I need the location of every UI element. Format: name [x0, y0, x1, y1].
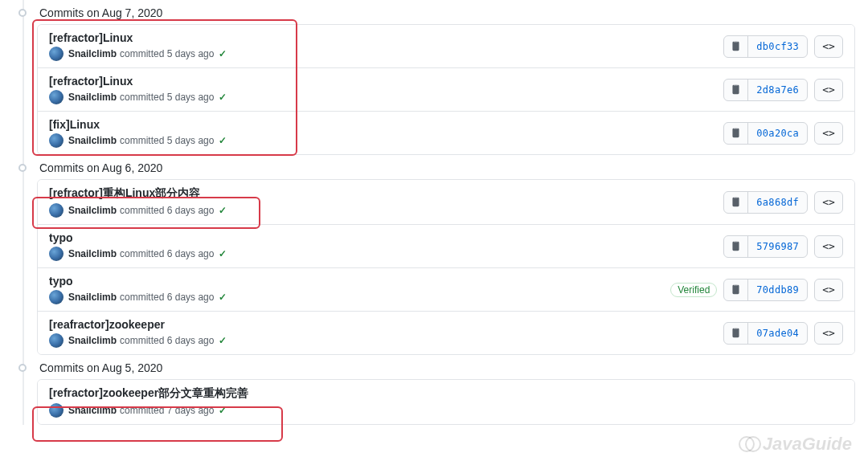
- avatar[interactable]: [49, 290, 63, 304]
- commit-row: [refractor]重构Linux部分内容Snailclimbcommitte…: [38, 180, 854, 224]
- browse-code-button[interactable]: <>: [814, 122, 843, 145]
- commit-date-heading: Commits on Aug 7, 2020: [39, 6, 162, 19]
- commit-group: [refractor]zookeeper部分文章重构完善Snailclimbco…: [37, 379, 855, 425]
- commit-group: [refractor]LinuxSnailclimbcommitted 5 da…: [37, 24, 855, 155]
- watermark: JavaGuide: [743, 434, 852, 455]
- author-link[interactable]: Snailclimb: [68, 335, 117, 346]
- clipboard-icon: [731, 241, 741, 251]
- author-link[interactable]: Snailclimb: [68, 135, 117, 146]
- timeline-dot: [18, 164, 27, 172]
- commit-sha-group: 07ade04: [723, 322, 808, 345]
- verified-badge[interactable]: Verified: [670, 283, 717, 297]
- copy-sha-button[interactable]: [724, 36, 748, 57]
- commit-sha-link[interactable]: 70ddb89: [748, 284, 807, 296]
- commit-sha-link[interactable]: 07ade04: [748, 328, 807, 339]
- copy-sha-button[interactable]: [724, 123, 748, 144]
- commit-sha-link[interactable]: db0cf33: [748, 41, 807, 52]
- status-check-icon[interactable]: ✓: [219, 48, 227, 59]
- clipboard-icon: [731, 328, 741, 338]
- status-check-icon[interactable]: ✓: [219, 248, 227, 259]
- commit-row: [refractor]zookeeper部分文章重构完善Snailclimbco…: [38, 380, 854, 424]
- status-check-icon[interactable]: ✓: [219, 292, 227, 303]
- copy-sha-button[interactable]: [724, 80, 748, 100]
- clipboard-icon: [731, 128, 741, 138]
- commit-sha-group: 6a868df: [723, 191, 808, 214]
- browse-code-button[interactable]: <>: [814, 279, 843, 301]
- commit-title-link[interactable]: [reafractor]zookeeper: [49, 318, 723, 331]
- status-check-icon[interactable]: ✓: [219, 92, 227, 103]
- commit-sha-link[interactable]: 6a868df: [748, 197, 807, 208]
- copy-sha-button[interactable]: [724, 236, 748, 257]
- commit-title-link[interactable]: typo: [49, 231, 723, 244]
- browse-code-button[interactable]: <>: [814, 79, 843, 101]
- avatar[interactable]: [49, 403, 63, 418]
- avatar[interactable]: [49, 203, 63, 218]
- commit-title-link[interactable]: typo: [49, 275, 670, 288]
- author-link[interactable]: Snailclimb: [68, 48, 117, 59]
- commit-timestamp: committed 7 days ago: [120, 405, 214, 416]
- commit-row: typoSnailclimbcommitted 6 days ago✓Verif…: [38, 267, 854, 311]
- author-link[interactable]: Snailclimb: [68, 205, 117, 216]
- clipboard-icon: [731, 197, 741, 207]
- clipboard-icon: [731, 84, 741, 95]
- avatar[interactable]: [49, 47, 63, 61]
- status-check-icon[interactable]: ✓: [219, 205, 227, 216]
- timeline-dot: [18, 364, 27, 372]
- browse-code-button[interactable]: <>: [814, 191, 843, 214]
- commit-date-heading: Commits on Aug 6, 2020: [39, 161, 162, 174]
- commit-date-heading: Commits on Aug 5, 2020: [39, 361, 162, 374]
- commit-timestamp: committed 6 days ago: [120, 205, 214, 216]
- author-link[interactable]: Snailclimb: [68, 92, 117, 103]
- browse-code-button[interactable]: <>: [814, 235, 843, 258]
- author-link[interactable]: Snailclimb: [68, 248, 117, 259]
- commit-timestamp: committed 5 days ago: [120, 48, 214, 59]
- commit-title-link[interactable]: [refractor]重构Linux部分内容: [49, 186, 723, 201]
- browse-code-button[interactable]: <>: [814, 322, 843, 345]
- copy-sha-button[interactable]: [724, 192, 748, 213]
- commit-timestamp: committed 6 days ago: [120, 335, 214, 346]
- timeline-dot: [18, 9, 27, 17]
- commit-row: [refractor]LinuxSnailclimbcommitted 5 da…: [38, 67, 854, 111]
- commit-sha-link[interactable]: 00a20ca: [748, 128, 807, 139]
- commit-sha-group: 70ddb89: [723, 279, 808, 301]
- browse-code-button[interactable]: <>: [814, 35, 843, 58]
- commit-sha-group: 2d8a7e6: [723, 79, 808, 101]
- author-link[interactable]: Snailclimb: [68, 405, 117, 416]
- avatar[interactable]: [49, 333, 63, 348]
- status-check-icon[interactable]: ✓: [219, 335, 227, 346]
- commit-sha-link[interactable]: 5796987: [748, 241, 807, 252]
- avatar[interactable]: [49, 90, 63, 104]
- avatar[interactable]: [49, 133, 63, 148]
- status-check-icon[interactable]: ✓: [219, 405, 227, 416]
- commit-title-link[interactable]: [refractor]Linux: [49, 75, 723, 88]
- commit-row: [reafractor]zookeeperSnailclimbcommitted…: [38, 311, 854, 354]
- commit-title-link[interactable]: [refractor]Linux: [49, 31, 723, 44]
- commit-title-link[interactable]: [fix]Linux: [49, 118, 723, 131]
- clipboard-icon: [731, 41, 741, 51]
- clipboard-icon: [731, 284, 741, 295]
- avatar[interactable]: [49, 247, 63, 261]
- copy-sha-button[interactable]: [724, 323, 748, 344]
- commit-sha-group: 00a20ca: [723, 122, 808, 145]
- commit-row: [refractor]LinuxSnailclimbcommitted 5 da…: [38, 25, 854, 67]
- commit-timestamp: committed 6 days ago: [120, 248, 214, 259]
- author-link[interactable]: Snailclimb: [68, 292, 117, 303]
- commit-title-link[interactable]: [refractor]zookeeper部分文章重构完善: [49, 386, 843, 401]
- commit-sha-group: 5796987: [723, 235, 808, 258]
- commit-timestamp: committed 5 days ago: [120, 135, 214, 146]
- commit-group: [refractor]重构Linux部分内容Snailclimbcommitte…: [37, 179, 855, 355]
- commit-timestamp: committed 6 days ago: [120, 292, 214, 303]
- commit-sha-link[interactable]: 2d8a7e6: [748, 84, 807, 96]
- commit-sha-group: db0cf33: [723, 35, 808, 58]
- copy-sha-button[interactable]: [724, 279, 748, 300]
- commit-row: [fix]LinuxSnailclimbcommitted 5 days ago…: [38, 111, 854, 154]
- timeline-line: [23, 0, 24, 425]
- commit-timestamp: committed 5 days ago: [120, 92, 214, 103]
- commit-row: typoSnailclimbcommitted 6 days ago✓57969…: [38, 224, 854, 267]
- status-check-icon[interactable]: ✓: [219, 135, 227, 146]
